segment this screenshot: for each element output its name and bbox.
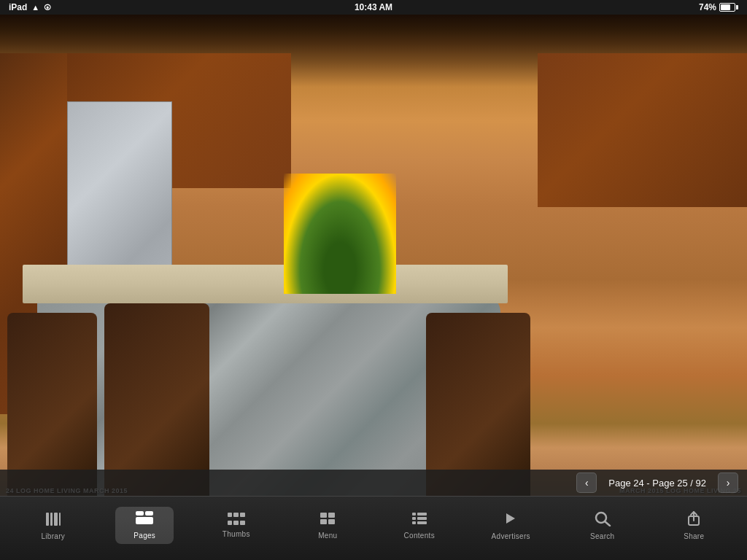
thumbs-icon bbox=[228, 513, 245, 527]
signal-dots: ⦿ bbox=[44, 4, 51, 12]
bar-stool-1 bbox=[7, 313, 97, 496]
library-icon bbox=[44, 511, 62, 529]
cabinet-top-right bbox=[538, 53, 747, 207]
svg-rect-4 bbox=[320, 513, 327, 518]
share-label: Share bbox=[684, 532, 704, 540]
sunflower-vase bbox=[284, 174, 396, 294]
toolbar-item-library[interactable]: Library bbox=[24, 507, 82, 545]
island-countertop bbox=[23, 265, 508, 303]
contents-label: Contents bbox=[404, 532, 435, 540]
svg-rect-9 bbox=[417, 513, 427, 516]
toolbar-item-advertisers[interactable]: Advertisers bbox=[481, 506, 540, 545]
time-display: 10:43 AM bbox=[355, 2, 392, 12]
search-icon bbox=[594, 510, 611, 529]
thumbs-label: Thumbs bbox=[222, 530, 250, 538]
toolbar-item-contents[interactable]: Contents bbox=[390, 507, 449, 544]
svg-rect-13 bbox=[417, 521, 427, 524]
toolbar-item-share[interactable]: Share bbox=[665, 506, 723, 545]
svg-line-16 bbox=[605, 521, 610, 526]
svg-rect-8 bbox=[412, 513, 416, 516]
main-content: 24 LOG HOME LIVING MARCH 2015 MARCH 2015… bbox=[0, 15, 747, 496]
bottom-toolbar: Library Pages Thumbs bbox=[0, 496, 747, 560]
toolbar-item-menu[interactable]: Menu bbox=[298, 507, 357, 544]
svg-rect-5 bbox=[328, 513, 335, 518]
kitchen-photo[interactable]: 24 LOG HOME LIVING MARCH 2015 MARCH 2015… bbox=[0, 15, 747, 496]
svg-rect-3 bbox=[59, 513, 61, 526]
page-nav-bar: ‹ Page 24 - Page 25 / 92 › bbox=[0, 470, 747, 496]
pages-label: Pages bbox=[133, 532, 155, 540]
library-label: Library bbox=[41, 532, 65, 540]
svg-rect-7 bbox=[328, 519, 335, 524]
next-page-button[interactable]: › bbox=[718, 472, 738, 493]
toolbar-item-pages[interactable]: Pages bbox=[115, 507, 174, 544]
svg-rect-12 bbox=[412, 521, 416, 524]
bar-stool-2 bbox=[104, 303, 209, 496]
menu-label: Menu bbox=[318, 532, 337, 540]
bar-stool-3 bbox=[426, 313, 530, 496]
svg-rect-0 bbox=[46, 513, 49, 526]
advertisers-label: Advertisers bbox=[492, 532, 530, 540]
menu-icon bbox=[319, 511, 336, 529]
svg-marker-14 bbox=[506, 513, 515, 524]
device-label: iPad bbox=[9, 2, 27, 12]
status-bar: iPad ▲ ⦿ 10:43 AM 74% bbox=[0, 0, 747, 15]
battery-icon bbox=[719, 3, 738, 12]
toolbar-item-thumbs[interactable]: Thumbs bbox=[207, 508, 266, 542]
search-label: Search bbox=[590, 532, 615, 540]
page-info-label: Page 24 - Page 25 / 92 bbox=[603, 478, 712, 489]
wifi-icon: ▲ bbox=[31, 3, 39, 12]
advertisers-icon bbox=[502, 510, 519, 529]
contents-icon bbox=[411, 511, 428, 529]
toolbar-item-search[interactable]: Search bbox=[573, 506, 632, 545]
pages-icon bbox=[136, 511, 153, 529]
svg-rect-11 bbox=[417, 517, 427, 520]
battery-percent: 74% bbox=[699, 2, 716, 12]
svg-rect-6 bbox=[320, 519, 327, 524]
share-icon bbox=[685, 510, 703, 529]
svg-rect-2 bbox=[54, 513, 58, 526]
svg-rect-1 bbox=[50, 513, 53, 526]
svg-rect-10 bbox=[412, 517, 416, 520]
prev-page-button[interactable]: ‹ bbox=[576, 472, 597, 493]
